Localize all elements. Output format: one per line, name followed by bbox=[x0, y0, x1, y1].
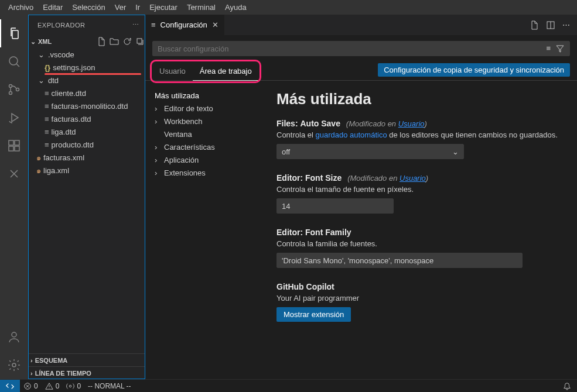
font-family-input[interactable]: 'Droid Sans Mono', 'monospace', monospac… bbox=[276, 253, 523, 268]
toc-label: Más utilizada bbox=[155, 91, 199, 100]
sidebar-more-icon[interactable]: ⋯ bbox=[132, 21, 139, 29]
project-section[interactable]: ⌄ XML bbox=[28, 35, 145, 48]
statusbar: 0 0 0 -- NORMAL -- bbox=[0, 379, 577, 392]
toc-window[interactable]: Ventana bbox=[150, 128, 258, 140]
auto-save-dropdown[interactable]: off ⌄ bbox=[276, 144, 464, 159]
sidebar-title: EXPLORADOR bbox=[37, 22, 85, 29]
section-label: ESQUEMA bbox=[35, 357, 68, 364]
menu-archivo[interactable]: Archivo bbox=[4, 3, 38, 12]
sync-settings-button[interactable]: Configuración de copia de seguridad y si… bbox=[378, 63, 570, 77]
explorer-icon[interactable] bbox=[0, 19, 28, 47]
toc-features[interactable]: ›Características bbox=[150, 140, 258, 153]
menu-editar[interactable]: Editar bbox=[38, 3, 67, 12]
status-notifications[interactable] bbox=[563, 382, 577, 390]
scope-workspace[interactable]: Área de trabajo bbox=[193, 63, 259, 81]
modified-prefix: (Modificado en bbox=[347, 174, 400, 183]
status-ports[interactable]: 0 bbox=[63, 382, 84, 390]
tab-settings[interactable]: ≡ Configuración ✕ bbox=[145, 15, 225, 35]
toc-label: Aplicación bbox=[164, 156, 199, 164]
toc-label: Ventana bbox=[164, 130, 192, 139]
svg-point-13 bbox=[70, 385, 72, 387]
scope-user[interactable]: Usuario bbox=[152, 63, 193, 80]
dtd-icon: ≡ bbox=[45, 89, 49, 98]
toc-application[interactable]: ›Aplicación bbox=[150, 153, 258, 166]
modified-suffix: ) bbox=[425, 119, 427, 128]
accounts-icon[interactable] bbox=[0, 323, 28, 351]
new-folder-icon[interactable] bbox=[110, 37, 119, 46]
timeline-section[interactable]: › LÍNEA DE TIEMPO bbox=[28, 366, 145, 379]
modified-link[interactable]: Usuario bbox=[400, 174, 426, 183]
file-xml[interactable]: ๑liga.xml bbox=[28, 164, 145, 177]
file-label: facturas-monolitico.dtd bbox=[52, 102, 128, 111]
show-extension-button[interactable]: Mostrar extensión bbox=[276, 307, 351, 322]
file-dtd[interactable]: ≡producto.dtd bbox=[28, 138, 145, 151]
modified-prefix: (Modificado en bbox=[346, 119, 398, 128]
desc-text: de los editores que tienen cambios no gu… bbox=[387, 130, 558, 139]
chevron-right-icon: › bbox=[30, 357, 33, 364]
extensions-icon[interactable] bbox=[0, 132, 28, 160]
input-value: 14 bbox=[282, 202, 290, 211]
svg-rect-10 bbox=[137, 39, 142, 43]
source-control-icon[interactable] bbox=[0, 75, 28, 104]
file-label: settings.json bbox=[53, 63, 95, 72]
font-size-input[interactable]: 14 bbox=[276, 198, 394, 214]
menu-ver[interactable]: Ver bbox=[110, 3, 131, 12]
file-xml[interactable]: ๑facturas.xml bbox=[28, 151, 145, 164]
chevron-right-icon: › bbox=[155, 169, 162, 177]
dtd-icon: ≡ bbox=[45, 115, 49, 123]
settings-search[interactable]: ≡ bbox=[152, 41, 570, 56]
dtd-icon: ≡ bbox=[45, 102, 49, 111]
menu-seleccion[interactable]: Selección bbox=[67, 3, 110, 12]
split-editor-icon[interactable] bbox=[546, 20, 555, 30]
toc-most-used[interactable]: Más utilizada bbox=[150, 89, 258, 102]
chevron-right-icon: › bbox=[155, 117, 162, 126]
clear-search-icon[interactable]: ≡ bbox=[546, 44, 551, 53]
file-settings-json[interactable]: {} settings.json bbox=[28, 61, 145, 74]
dtd-icon: ≡ bbox=[45, 140, 49, 149]
toc-label: Características bbox=[164, 143, 215, 152]
settings-content[interactable]: Más utilizada Files: Auto Save (Modifica… bbox=[262, 81, 577, 379]
settings-gear-icon[interactable] bbox=[0, 351, 28, 379]
vim-mode: -- NORMAL -- bbox=[84, 382, 135, 390]
dropdown-value: off bbox=[282, 147, 290, 156]
menu-ejecutar[interactable]: Ejecutar bbox=[145, 3, 182, 12]
refresh-icon[interactable] bbox=[122, 37, 132, 46]
close-panel-icon[interactable] bbox=[0, 160, 28, 188]
xml-icon: ๑ bbox=[36, 164, 41, 177]
setting-name: Font Family bbox=[305, 228, 351, 237]
status-warnings[interactable]: 0 bbox=[42, 382, 63, 390]
search-icon[interactable] bbox=[0, 47, 28, 75]
setting-desc: Your AI pair programmer bbox=[276, 294, 563, 302]
outline-section[interactable]: › ESQUEMA bbox=[28, 353, 145, 366]
folder-vscode[interactable]: ⌄ .vscode bbox=[28, 48, 145, 61]
file-dtd[interactable]: ≡facturas.dtd bbox=[28, 112, 145, 125]
svg-rect-5 bbox=[9, 146, 13, 151]
activitybar bbox=[0, 15, 28, 379]
filter-icon[interactable] bbox=[555, 44, 565, 53]
toc-workbench[interactable]: ›Workbench bbox=[150, 115, 258, 128]
more-actions-icon[interactable]: ⋯ bbox=[562, 20, 570, 29]
folder-dtd[interactable]: ⌄ dtd bbox=[28, 74, 145, 87]
menu-ayuda[interactable]: Ayuda bbox=[220, 3, 251, 12]
svg-rect-6 bbox=[15, 146, 19, 151]
modified-link[interactable]: Usuario bbox=[398, 119, 425, 128]
open-json-icon[interactable] bbox=[530, 20, 539, 30]
menu-terminal[interactable]: Terminal bbox=[182, 3, 220, 12]
setting-prefix: Files: bbox=[276, 119, 298, 128]
file-dtd[interactable]: ≡liga.dtd bbox=[28, 125, 145, 138]
status-errors[interactable]: 0 bbox=[20, 382, 42, 390]
settings-heading: Más utilizada bbox=[276, 90, 563, 108]
desc-link[interactable]: guardado automático bbox=[315, 130, 387, 139]
toc-text-editor[interactable]: ›Editor de texto bbox=[150, 102, 258, 115]
run-debug-icon[interactable] bbox=[0, 104, 28, 132]
collapse-all-icon[interactable] bbox=[135, 37, 145, 46]
menu-ir[interactable]: Ir bbox=[131, 3, 145, 12]
toc-extensions[interactable]: ›Extensiones bbox=[150, 166, 258, 179]
chevron-down-icon: ⌄ bbox=[36, 50, 46, 59]
file-dtd[interactable]: ≡cliente.dtd bbox=[28, 87, 145, 99]
remote-indicator[interactable] bbox=[0, 380, 20, 392]
close-tab-icon[interactable]: ✕ bbox=[212, 20, 218, 29]
settings-search-input[interactable] bbox=[158, 44, 546, 53]
new-file-icon[interactable] bbox=[97, 37, 106, 46]
file-dtd[interactable]: ≡facturas-monolitico.dtd bbox=[28, 99, 145, 112]
